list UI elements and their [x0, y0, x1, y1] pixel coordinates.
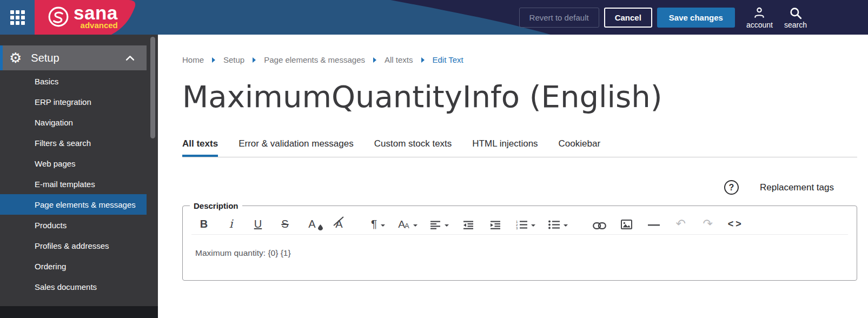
horizontal-line-icon — [648, 221, 660, 229]
page-title: MaximumQuantityInfo (English) — [182, 79, 857, 114]
sidebar-footer-strip — [0, 306, 158, 318]
text-color-button[interactable]: A — [305, 214, 319, 231]
top-bar: sana advanced Revert to default Cancel S… — [0, 0, 868, 35]
svg-text:3: 3 — [516, 227, 518, 229]
sidebar-item-email-templates[interactable]: E-mail templates — [0, 174, 147, 194]
caret-down-icon — [531, 224, 535, 227]
strikethrough-icon: S — [281, 218, 288, 229]
sidebar-item-web-pages[interactable]: Web pages — [0, 153, 147, 174]
code-icon: <> — [728, 218, 744, 229]
search-button[interactable]: search — [784, 6, 807, 29]
unordered-list-icon — [548, 220, 560, 229]
image-icon — [621, 220, 632, 229]
account-label: account — [746, 21, 773, 29]
editor-toolbar: B i U S A A ¶ — [183, 210, 857, 234]
text-color-icon: A — [308, 218, 315, 229]
outdent-icon — [463, 221, 474, 229]
app-launcher-button[interactable] — [0, 0, 35, 35]
outdent-button[interactable] — [462, 214, 476, 231]
sidebar-item-ordering[interactable]: Ordering — [0, 256, 147, 276]
underline-icon: U — [254, 218, 262, 229]
align-left-icon — [430, 221, 441, 229]
breadcrumb-arrow-icon — [373, 57, 376, 63]
paragraph-icon: ¶ — [371, 218, 377, 229]
account-icon — [752, 6, 766, 20]
brand-name: sana — [74, 4, 118, 22]
italic-button[interactable]: i — [224, 214, 238, 231]
ordered-list-icon: 1 2 3 — [516, 220, 527, 229]
insert-link-button[interactable] — [593, 214, 607, 231]
revert-to-default-button[interactable]: Revert to default — [519, 8, 599, 28]
apps-grid-icon — [10, 10, 25, 25]
sidebar-section-label: Setup — [31, 52, 59, 64]
horizontal-line-button[interactable] — [647, 214, 661, 231]
sidebar-item-sales-documents[interactable]: Sales documents — [0, 276, 147, 297]
help-question-icon[interactable]: ? — [724, 180, 739, 195]
undo-button[interactable]: ↶ — [674, 214, 688, 231]
tab-bar: All texts Error & validation messages Cu… — [182, 138, 857, 157]
description-editor: Description B i U S A A — [182, 201, 857, 281]
editor-text-area[interactable]: Maximum quantity: {0} {1} — [183, 235, 857, 289]
search-label: search — [784, 21, 807, 29]
insert-image-button[interactable] — [620, 214, 634, 231]
cancel-button[interactable]: Cancel — [604, 8, 652, 28]
breadcrumb-setup[interactable]: Setup — [223, 55, 244, 64]
breadcrumb-page-elements[interactable]: Page elements & messages — [264, 55, 365, 64]
search-icon — [789, 6, 803, 20]
ordered-list-button[interactable]: 1 2 3 — [516, 214, 535, 231]
redo-icon: ↷ — [703, 218, 712, 229]
caret-down-icon — [564, 224, 568, 227]
sidebar-item-basics[interactable]: Basics — [0, 71, 147, 91]
breadcrumb-home[interactable]: Home — [182, 55, 204, 64]
clear-format-button[interactable]: A — [332, 214, 346, 231]
sidebar-item-navigation[interactable]: Navigation — [0, 112, 147, 132]
gear-icon: ⚙ — [9, 51, 22, 65]
link-icon — [593, 222, 606, 229]
replacement-tags-row: ? Replacement tags — [182, 180, 857, 195]
breadcrumb-current: Edit Text — [433, 55, 463, 64]
caret-down-icon — [413, 224, 418, 227]
paragraph-style-button[interactable]: ¶ — [371, 214, 385, 231]
unordered-list-button[interactable] — [548, 214, 568, 231]
breadcrumb-arrow-icon — [253, 57, 256, 63]
align-button[interactable] — [430, 214, 449, 231]
caret-down-icon — [381, 224, 385, 227]
code-view-button[interactable]: <> — [728, 214, 744, 231]
main-content: Home Setup Page elements & messages All … — [158, 35, 868, 318]
account-button[interactable]: account — [746, 6, 773, 29]
breadcrumb-all-texts[interactable]: All texts — [385, 55, 413, 64]
tab-error-validation-messages[interactable]: Error & validation messages — [238, 138, 354, 157]
bold-icon: B — [200, 218, 208, 229]
breadcrumb: Home Setup Page elements & messages All … — [182, 55, 857, 64]
strikethrough-button[interactable]: S — [278, 214, 292, 231]
italic-icon: i — [229, 218, 233, 229]
tab-html-injections[interactable]: HTML injections — [472, 138, 538, 157]
undo-icon: ↶ — [675, 218, 685, 229]
font-size-button[interactable]: A A — [398, 214, 417, 231]
breadcrumb-arrow-icon — [421, 57, 425, 63]
sidebar-menu: Basics ERP integration Navigation Filter… — [0, 71, 147, 297]
brand-logo[interactable]: sana advanced — [48, 4, 118, 29]
bold-button[interactable]: B — [197, 214, 211, 231]
tab-cookiebar[interactable]: Cookiebar — [559, 138, 601, 157]
sidebar-section-setup[interactable]: ⚙ Setup — [0, 45, 147, 70]
tab-all-texts[interactable]: All texts — [182, 138, 218, 157]
description-legend: Description — [190, 201, 242, 210]
color-droplet-icon — [318, 224, 323, 230]
indent-button[interactable] — [489, 214, 503, 231]
underline-button[interactable]: U — [251, 214, 265, 231]
sana-logo-icon — [48, 6, 69, 28]
replacement-tags-link[interactable]: Replacement tags — [760, 182, 834, 193]
indent-icon — [491, 221, 501, 229]
redo-button[interactable]: ↷ — [701, 214, 715, 231]
sidebar-scrollbar[interactable] — [150, 37, 155, 138]
save-changes-button[interactable]: Save changes — [657, 8, 735, 28]
sidebar-item-products[interactable]: Products — [0, 215, 147, 235]
tab-custom-stock-texts[interactable]: Custom stock texts — [374, 138, 452, 157]
sidebar-item-profiles-addresses[interactable]: Profiles & addresses — [0, 235, 147, 256]
brand-tagline: advanced — [81, 21, 118, 29]
breadcrumb-arrow-icon — [212, 57, 215, 63]
sidebar-item-erp-integration[interactable]: ERP integration — [0, 91, 147, 112]
sidebar-item-filters-search[interactable]: Filters & search — [0, 132, 147, 153]
sidebar-item-page-elements-messages[interactable]: Page elements & messages — [0, 194, 147, 215]
